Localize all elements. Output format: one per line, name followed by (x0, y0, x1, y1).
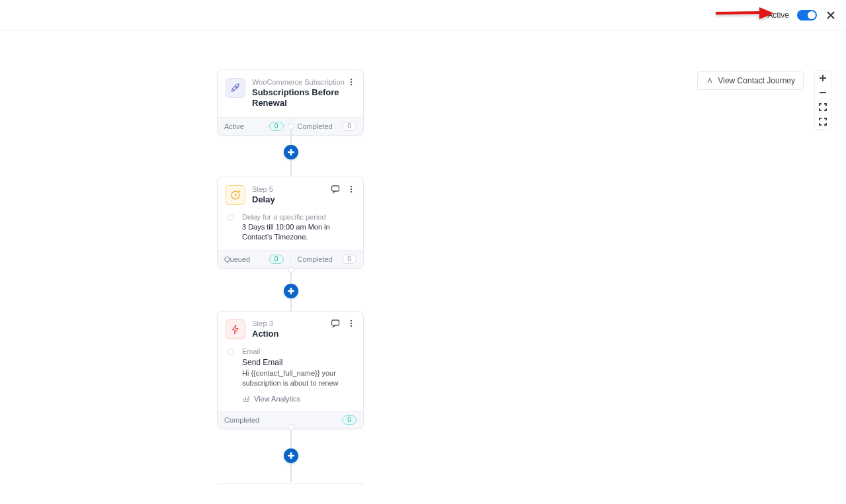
completed-count-pill: 0 (342, 255, 357, 264)
foot-label: Queued (224, 255, 250, 263)
card-head: Step 3 Action (218, 312, 363, 347)
dots-icon (347, 185, 356, 194)
plus-icon (287, 287, 295, 295)
card-overline: WooCommerce Subscription (252, 78, 355, 86)
action-card[interactable]: Step 3 Action Email Send Email Hi {{cont… (217, 311, 364, 429)
card-overline: Step 3 (252, 319, 278, 327)
rocket-icon (226, 78, 245, 98)
foot-label: Completed (298, 255, 333, 263)
body-desc: Hi {{contact_full_name}} your subscripti… (242, 368, 355, 388)
clock-icon (226, 185, 245, 205)
plus-icon (287, 452, 295, 460)
svg-point-6 (351, 186, 352, 187)
completed-count-pill: 0 (342, 415, 357, 425)
active-toggle[interactable] (797, 10, 817, 21)
body-label: Delay for a specific period (242, 213, 355, 221)
add-step-button[interactable] (284, 284, 298, 298)
dots-icon (347, 319, 356, 328)
card-menu-button[interactable] (346, 318, 357, 329)
svg-point-1 (351, 79, 352, 80)
chat-icon (331, 185, 340, 194)
svg-point-12 (351, 325, 352, 327)
svg-rect-5 (332, 186, 339, 191)
bolt-icon (226, 319, 245, 339)
active-count-pill: 0 (269, 122, 284, 131)
svg-point-10 (351, 320, 352, 321)
card-menu-button[interactable] (346, 77, 357, 87)
view-analytics-label: View Analytics (254, 395, 300, 403)
card-head: Step 5 Delay (218, 177, 363, 213)
svg-rect-9 (332, 320, 339, 325)
card-head: WooCommerce Subscription Subscriptions B… (218, 70, 363, 117)
timeline-dot (228, 214, 234, 221)
add-step-button[interactable] (284, 145, 298, 159)
connector-node (288, 267, 294, 273)
svg-point-0 (235, 86, 237, 87)
dots-icon (347, 77, 356, 87)
svg-point-11 (351, 323, 352, 324)
chart-icon (242, 395, 250, 403)
queued-count-pill: 0 (269, 255, 284, 264)
chat-icon (331, 319, 340, 328)
svg-point-8 (351, 191, 352, 192)
card-foot: Queued0 Completed0 (218, 250, 363, 268)
body-title: Send Email (242, 358, 355, 367)
card-body: Email Send Email Hi {{contact_full_name}… (218, 347, 363, 411)
svg-point-7 (351, 189, 352, 190)
card-title: Delay (252, 194, 275, 205)
svg-point-2 (351, 81, 352, 83)
connector-node (288, 424, 294, 431)
delay-card[interactable]: Step 5 Delay Delay for a specific period… (217, 177, 364, 269)
view-analytics-link[interactable]: View Analytics (242, 395, 355, 403)
header: Active (0, 0, 846, 30)
connector-node (288, 123, 294, 130)
body-label: Email (242, 347, 355, 355)
plus-icon (287, 148, 295, 156)
foot-label: Completed (224, 416, 259, 424)
active-label: Active (767, 11, 789, 20)
add-step-button[interactable] (284, 448, 298, 463)
card-notes-button[interactable] (330, 184, 341, 194)
svg-point-3 (351, 84, 352, 85)
body-desc: 3 Days till 10:00 am Mon in Contact's Ti… (242, 222, 355, 242)
close-button[interactable] (825, 9, 837, 21)
card-overline: Step 5 (252, 185, 275, 193)
flow-canvas[interactable]: WooCommerce Subscription Subscriptions B… (0, 30, 846, 504)
next-card-peek (217, 483, 364, 485)
foot-label: Active (224, 122, 244, 130)
card-menu-button[interactable] (346, 184, 357, 194)
card-notes-button[interactable] (330, 318, 341, 329)
card-body: Delay for a specific period 3 Days till … (218, 213, 363, 250)
close-icon (826, 11, 835, 20)
card-title: Subscriptions Before Renewal (252, 87, 355, 109)
card-title: Action (252, 329, 278, 339)
timeline-dot (228, 349, 234, 355)
foot-label: Completed (298, 122, 333, 130)
completed-count-pill: 0 (342, 122, 357, 131)
